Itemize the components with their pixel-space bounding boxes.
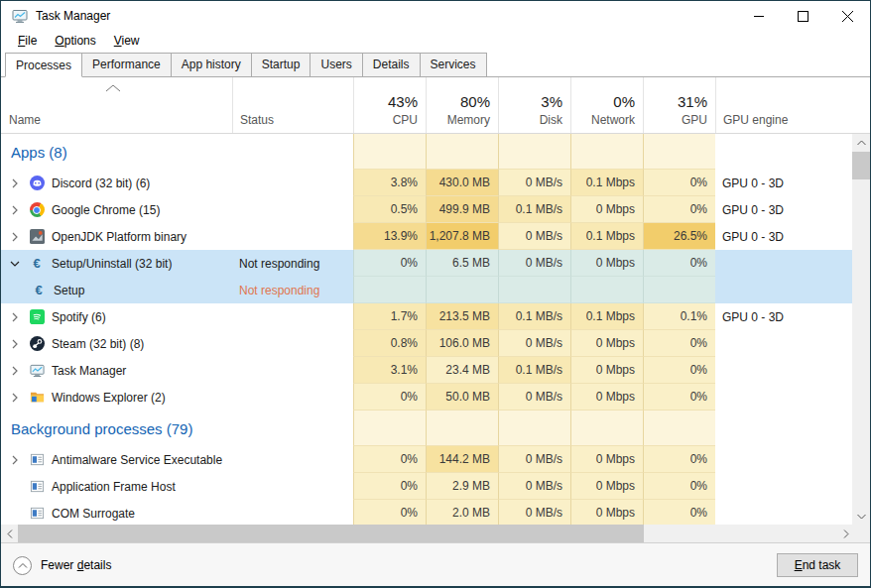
chevron-right-icon[interactable] [7,455,23,465]
disk-cell: 0 MB/s [498,446,570,473]
process-row-spotify[interactable]: Spotify (6) 1.7% 213.5 MB 0.1 MB/s 0.1 M… [1,303,854,330]
status-cell: Not responding [232,277,353,303]
status-cell [232,223,353,250]
column-header-cpu[interactable]: 43%CPU [353,77,426,133]
discord-icon [29,176,45,191]
column-header-row: Name Status 43%CPU 80%Memory 3%Disk 0%Ne… [1,77,871,134]
network-cell: 0 Mbps [570,473,643,500]
gpu-cell: 0% [643,196,715,223]
openjdk-icon [29,229,45,245]
folder-icon [29,390,45,406]
task-manager-window: Task Manager File Options View Processes… [0,0,871,588]
network-cell: 0 Mbps [570,330,643,357]
maximize-button[interactable] [781,1,825,31]
process-row-app-frame-host[interactable]: Application Frame Host 0% 2.9 MB 0 MB/s … [1,473,854,500]
process-row-setup-uninstall[interactable]: € Setup/Uninstall (32 bit) Not respondin… [1,250,854,277]
tab-users[interactable]: Users [310,53,362,76]
gpu-engine-cell: GPU 0 - 3D [715,223,854,250]
group-header-apps[interactable]: Apps (8) [1,134,854,170]
horizontal-scrollbar[interactable] [1,525,854,542]
fewer-details-toggle[interactable]: Fewer details [41,558,111,572]
menu-options[interactable]: Options [46,32,104,52]
process-row-discord[interactable]: Discord (32 bit) (6) 3.8% 430.0 MB 0 MB/… [1,170,854,196]
status-cell [232,303,353,330]
column-header-name[interactable]: Name [1,77,232,133]
gpu-engine-cell: GPU 0 - 3D [715,196,854,223]
tab-strip: Processes Performance App history Startu… [1,53,870,77]
tab-app-history[interactable]: App history [171,53,252,76]
chevron-right-icon[interactable] [7,178,23,188]
process-name: Google Chrome (15) [52,203,160,217]
minimize-button[interactable] [736,1,781,31]
end-task-button[interactable]: End task [777,553,858,577]
column-header-disk[interactable]: 3%Disk [498,77,570,133]
cpu-cell: 1.7% [353,303,426,330]
column-header-network[interactable]: 0%Network [570,77,643,133]
process-row-windows-explorer[interactable]: Windows Explorer (2) 0% 50.0 MB 0 MB/s 0… [1,384,854,411]
process-row-openjdk[interactable]: OpenJDK Platform binary 13.9% 1,207.8 MB… [1,223,854,250]
network-cell: 0.1 Mbps [570,223,643,250]
network-cell: 0 Mbps [570,357,643,384]
gpu-cell: 0% [643,170,715,196]
menu-view[interactable]: View [105,32,149,52]
cpu-cell: 3.1% [353,357,426,384]
tab-performance[interactable]: Performance [81,53,172,76]
spotify-icon [29,309,45,325]
process-name: OpenJDK Platform binary [52,230,187,244]
chevron-up-circle-icon[interactable] [13,556,32,575]
disk-cell: 0 MB/s [498,223,570,250]
column-header-gpu[interactable]: 31%GPU [643,77,715,133]
vertical-scrollbar-thumb[interactable] [852,152,870,179]
chevron-right-icon[interactable] [7,393,23,403]
process-name: COM Surrogate [52,507,135,521]
cpu-cell: 0% [353,473,426,500]
process-name: Application Frame Host [52,480,176,494]
process-row-chrome[interactable]: Google Chrome (15) 0.5% 499.9 MB 0.1 MB/… [1,196,854,223]
process-row-com-surrogate[interactable]: COM Surrogate 0% 2.0 MB 0 MB/s 0 Mbps 0% [1,500,854,525]
gpu-cell: 0.1% [643,303,715,330]
process-row-setup-child[interactable]: € Setup Not responding [1,277,854,303]
tab-processes[interactable]: Processes [5,53,82,77]
memory-cell: 430.0 MB [426,170,498,196]
tab-details[interactable]: Details [362,53,421,76]
steam-icon [29,336,45,352]
gpu-engine-cell [715,330,854,357]
column-header-status[interactable]: Status [232,77,353,133]
header-filler [854,77,871,133]
scroll-up-icon[interactable] [852,134,870,151]
chevron-right-icon[interactable] [7,232,23,242]
process-row-steam[interactable]: Steam (32 bit) (8) 0.8% 106.0 MB 0 MB/s … [1,330,854,357]
chevron-right-icon[interactable] [7,339,23,349]
scrollbar-corner [854,525,871,542]
disk-cell: 0.1 MB/s [498,357,570,384]
sort-ascending-icon [105,81,121,95]
network-cell: 0.1 Mbps [570,303,643,330]
horizontal-scrollbar-thumb[interactable] [18,525,644,542]
process-row-task-manager[interactable]: Task Manager 3.1% 23.4 MB 0.1 MB/s 0 Mbp… [1,357,854,384]
scroll-left-icon[interactable] [1,525,18,542]
column-header-gpu-engine[interactable]: GPU engine [715,77,854,133]
disk-cell [498,277,570,303]
cpu-cell: 0% [353,500,426,525]
gpu-engine-cell [715,473,854,500]
tab-startup[interactable]: Startup [251,53,311,76]
memory-cell: 499.9 MB [426,196,498,223]
vertical-scrollbar[interactable] [852,134,870,525]
process-row-antimalware[interactable]: Antimalware Service Executable 0% 144.2 … [1,446,854,473]
chevron-right-icon[interactable] [7,205,23,215]
scroll-right-icon[interactable] [837,525,854,542]
group-header-background[interactable]: Background processes (79) [1,411,854,446]
chevron-right-icon[interactable] [7,366,23,376]
process-name: Discord (32 bit) (6) [52,176,150,190]
chrome-icon [29,202,45,218]
disk-cell: 0 MB/s [498,330,570,357]
network-cell: 0 Mbps [570,250,643,277]
scroll-down-icon[interactable] [852,508,870,525]
close-button[interactable] [825,1,870,31]
chevron-down-icon[interactable] [7,260,23,268]
cpu-cell: 0% [353,446,426,473]
column-header-memory[interactable]: 80%Memory [426,77,498,133]
chevron-right-icon[interactable] [7,312,23,322]
tab-services[interactable]: Services [420,53,487,76]
menu-file[interactable]: File [9,32,46,52]
